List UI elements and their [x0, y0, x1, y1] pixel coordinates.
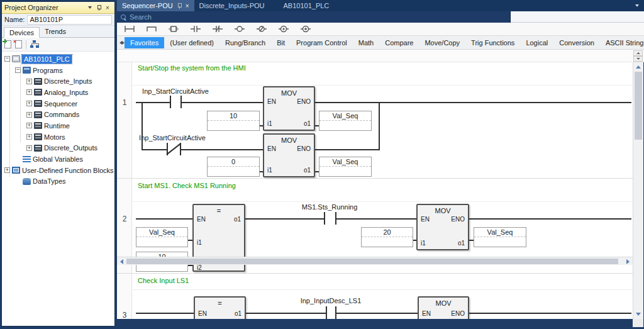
contact-label[interactable]: MS1.Sts_Running [292, 203, 367, 211]
equals-block[interactable]: = EN o1 [194, 296, 246, 319]
coil-icon[interactable] [233, 25, 246, 33]
tab-sequencer-pou[interactable]: Sequencer-POU × [117, 0, 194, 11]
horizontal-scroll-thumb[interactable] [126, 259, 618, 264]
scroll-up-icon[interactable] [633, 62, 643, 72]
expand-icon[interactable] [4, 167, 10, 173]
branch-icon[interactable] [145, 25, 158, 33]
category-ascii[interactable]: ASCII String [600, 37, 644, 48]
mov-block[interactable]: MOV EN ENO i1 o1 [416, 204, 469, 250]
category-trig[interactable]: Trig Functions [465, 37, 520, 48]
mov-block[interactable]: MOV EN ENO i1 o1 [263, 86, 315, 131]
collapse-icon[interactable] [4, 56, 10, 62]
branch-wire [379, 102, 380, 150]
ladder-canvas[interactable]: 1 2 3 Start/Stop the system from the HMI… [117, 62, 633, 319]
tree-item-programs[interactable]: Programs [2, 65, 114, 76]
tab-trends[interactable]: Trends [40, 26, 71, 37]
rung-comment[interactable]: Check Input LS1 [138, 277, 189, 284]
operand-box[interactable]: Val_Seq [319, 111, 372, 131]
operand-box[interactable]: Val_Seq [474, 227, 526, 247]
category-move-copy[interactable]: Move/Copy [419, 37, 465, 48]
category-user-defined[interactable]: (User defined) [164, 37, 219, 48]
contact[interactable] [170, 96, 171, 108]
tab-list-icon[interactable] [635, 0, 644, 11]
pin-icon[interactable] [177, 3, 182, 9]
expand-icon[interactable] [26, 145, 32, 151]
tree-item-sequencer[interactable]: Sequencer [2, 98, 114, 109]
programs-folder-icon [23, 67, 31, 74]
block-icon[interactable] [167, 25, 180, 33]
operand-box[interactable]: 0 [207, 157, 260, 177]
contact-icon[interactable] [189, 25, 202, 33]
category-math[interactable]: Math [353, 37, 379, 48]
strip-scroll-up-icon[interactable] [633, 50, 643, 56]
contact-label[interactable]: Inp_StartCircuitActive [135, 134, 210, 142]
expand-icon[interactable] [26, 101, 32, 106]
scroll-right-icon[interactable] [624, 258, 632, 265]
tab-ab10101-plc[interactable]: AB10101_PLC [279, 0, 335, 11]
operand-box[interactable]: Val_Seq [136, 227, 188, 247]
scroll-down-icon[interactable] [633, 309, 643, 319]
contact[interactable] [335, 212, 336, 225]
operand-box[interactable]: 20 [361, 227, 413, 247]
tree-item-commands[interactable]: Commands [2, 109, 114, 120]
category-logical[interactable]: Logical [520, 37, 553, 48]
tree-item-analog-inputs[interactable]: Analog_Inputs [2, 87, 114, 98]
close-tab-icon[interactable]: × [186, 3, 189, 9]
contact[interactable] [326, 306, 327, 319]
category-favorites[interactable]: Favorites [125, 37, 164, 48]
expand-icon[interactable] [26, 134, 32, 140]
project-organizer-titlebar[interactable]: Project Organizer × [2, 2, 114, 14]
contact-label[interactable]: Inp_InputDesc_LS1 [293, 297, 369, 304]
rung-comment[interactable]: Start/Stop the system from the HMI [138, 64, 246, 72]
vertical-scrollbar[interactable] [633, 62, 643, 319]
wire [136, 313, 194, 314]
tree-item-discrete-inputs[interactable]: Discrete_Inputs [2, 75, 114, 87]
expand-icon[interactable] [26, 123, 32, 128]
contact[interactable] [335, 306, 336, 319]
pin-icon[interactable] [94, 4, 103, 11]
category-rung-branch[interactable]: Rung/Branch [219, 37, 271, 48]
category-conversion[interactable]: Conversion [553, 37, 600, 48]
close-icon[interactable]: × [103, 4, 112, 11]
contact-label[interactable]: Inp_StartCircuitActive [138, 87, 213, 95]
tree-item-udfb[interactable]: User-Defined Function Blocks [2, 165, 114, 176]
mov-block[interactable]: MOV EN ENO [418, 296, 469, 319]
vertical-scroll-thumb[interactable] [635, 72, 642, 140]
category-compare[interactable]: Compare [379, 37, 419, 48]
operand-box[interactable]: 10 [207, 111, 260, 131]
expand-icon[interactable] [26, 79, 32, 84]
remove-item-icon[interactable]: × [15, 40, 22, 48]
rung-icon[interactable] [123, 25, 136, 33]
hierarchy-view-icon[interactable] [30, 40, 39, 48]
scroll-left-icon[interactable] [118, 258, 126, 265]
tree-item-global-variables[interactable]: Global Variables [2, 153, 114, 165]
contact[interactable] [324, 212, 325, 225]
horizontal-scrollbar[interactable] [117, 257, 633, 265]
category-bit[interactable]: Bit [271, 37, 291, 48]
category-program-control[interactable]: Program Control [291, 37, 353, 48]
tree-item-discrete-outputs[interactable]: Discrete_Outputs [2, 143, 114, 154]
coil-set-icon[interactable] [277, 25, 290, 33]
expand-icon[interactable] [26, 89, 32, 95]
coil-negated-icon[interactable] [255, 25, 268, 33]
contact[interactable] [180, 96, 182, 108]
operand-box[interactable]: Val_Seq [319, 157, 372, 177]
contact-negated-icon[interactable] [211, 25, 224, 33]
search-input[interactable]: Search [117, 11, 511, 23]
wire [336, 218, 416, 220]
mov-block[interactable]: MOV EN ENO i1 o1 [263, 133, 315, 177]
device-name-field[interactable]: AB10101P [27, 15, 112, 25]
coil-reset-icon[interactable] [299, 25, 312, 33]
panel-menu-icon[interactable] [86, 4, 94, 11]
tree-item-motors[interactable]: Motors [2, 131, 114, 143]
tree-item-runtime[interactable]: Runtime [2, 120, 114, 131]
add-item-icon[interactable] [4, 40, 11, 48]
strip-scroll-down-icon[interactable] [633, 56, 643, 62]
expand-icon[interactable] [26, 112, 32, 118]
rung-comment[interactable]: Start MS1. Check MS1 Running [138, 182, 236, 189]
tab-discrete-inputs-pou[interactable]: Discrete_Inputs-POU [194, 0, 270, 11]
tree-item-datatypes[interactable]: DataTypes [2, 176, 114, 187]
tree-item-plc[interactable]: AB10101_PLC [2, 53, 114, 65]
collapse-icon[interactable] [15, 67, 21, 73]
tab-devices[interactable]: Devices [4, 27, 40, 38]
